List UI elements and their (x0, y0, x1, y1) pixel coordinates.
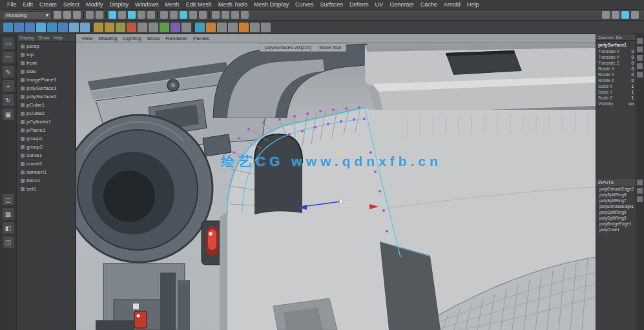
undo-icon[interactable] (86, 11, 94, 19)
separator[interactable] (105, 11, 107, 19)
layer-editor-icon[interactable] (637, 180, 643, 185)
crease-tool-icon[interactable] (228, 23, 238, 32)
tool-settings-icon[interactable] (637, 46, 643, 52)
channel-value[interactable]: 1 (631, 90, 634, 94)
outliner-item[interactable]: polySurface1 (17, 84, 76, 92)
channel-value[interactable]: 0 (631, 72, 634, 77)
quad-draw-icon[interactable] (195, 23, 205, 32)
channel-box-menu-item[interactable]: Channels (598, 36, 613, 39)
menu-item[interactable]: Modify (83, 0, 107, 10)
polygon-disc-icon[interactable] (69, 23, 79, 32)
menu-item[interactable]: Create (36, 0, 60, 10)
rotate-tool[interactable]: ↻ (3, 94, 14, 106)
sculpt-tool-icon[interactable] (206, 23, 216, 32)
panel-menu-item[interactable]: Lighting (123, 36, 141, 41)
open-render-view-icon[interactable] (170, 11, 178, 19)
channel-box-icon[interactable] (637, 55, 643, 61)
channel-box-toggle-icon[interactable] (621, 11, 629, 19)
scene-open-icon[interactable] (63, 11, 71, 19)
separator[interactable] (91, 23, 92, 32)
scene-3d-view[interactable] (76, 43, 596, 330)
hair-icon[interactable] (241, 11, 249, 19)
snap-curve-icon[interactable] (118, 11, 126, 19)
target-weld-icon[interactable] (149, 23, 158, 32)
channel-value[interactable]: 0 (631, 55, 634, 59)
panel-menu-item[interactable]: Renderer (166, 36, 187, 41)
separator[interactable] (192, 23, 194, 32)
input-node[interactable]: polyBridgeEdge1 (596, 221, 636, 227)
mirror-icon[interactable] (171, 23, 180, 32)
menu-item[interactable]: Generate (386, 0, 417, 10)
workspace-dropdown[interactable]: Modeling ▾ (3, 11, 52, 19)
menu-item[interactable]: Curves (292, 0, 317, 10)
outliner-toggle-icon[interactable] (637, 72, 643, 77)
menu-item[interactable]: Deform (346, 0, 372, 10)
panel-menu-item[interactable]: Panels (193, 36, 209, 41)
boolean-icon[interactable] (182, 23, 191, 32)
render-icon[interactable] (250, 23, 260, 32)
anim-layer-icon[interactable] (637, 196, 643, 202)
input-node[interactable]: polyExtrudeEdge2 (596, 186, 636, 192)
input-node[interactable]: polySplitRing6 (596, 209, 636, 215)
outliner-item[interactable]: group1 (17, 134, 76, 143)
menu-item[interactable]: Display (107, 0, 132, 10)
snap-view-plane-icon[interactable] (138, 11, 145, 19)
channel-value[interactable]: 0 (631, 61, 634, 65)
outliner-item[interactable]: front (17, 59, 76, 67)
toon-shader-icon[interactable] (222, 11, 229, 19)
input-node[interactable]: polySplitRing5 (596, 215, 636, 221)
input-node[interactable]: polySplitRing8 (596, 192, 636, 198)
panel-menu-item[interactable]: View (81, 36, 92, 41)
outliner-menu-item[interactable]: Display (19, 36, 34, 40)
smooth-icon[interactable] (160, 23, 169, 32)
outliner-item[interactable]: top (17, 50, 76, 59)
separator[interactable] (83, 11, 84, 19)
outliner-item[interactable]: imagePlane1 (17, 76, 76, 84)
outliner-menu-item[interactable]: Help (53, 36, 62, 40)
snap-point-icon[interactable] (128, 11, 136, 19)
panel-menu-item[interactable]: Show (147, 36, 160, 41)
channel-value[interactable]: 0 (631, 78, 634, 83)
layout-split-pane[interactable]: ◧ (3, 222, 14, 234)
input-node[interactable]: polySplitRing7 (596, 198, 636, 203)
layout-persp-outliner[interactable]: ◫ (3, 236, 14, 248)
scale-tool[interactable]: ▣ (3, 108, 14, 120)
uv-editor-icon[interactable] (217, 23, 227, 32)
outliner-item[interactable]: lambert1 (17, 168, 76, 176)
bridge-icon[interactable] (116, 23, 125, 32)
menu-item[interactable]: Mesh Display (251, 0, 292, 10)
input-node[interactable]: polyCube1 (596, 227, 636, 232)
channel-value[interactable]: on (629, 101, 634, 106)
menu-item[interactable]: File (4, 0, 20, 10)
move-tool[interactable]: + (3, 80, 14, 92)
paint-effects-icon[interactable] (212, 11, 220, 19)
polygon-sphere-icon[interactable] (3, 23, 13, 32)
menu-item[interactable]: UV (372, 0, 387, 10)
fluids-icon[interactable] (231, 11, 239, 19)
outliner-menu-item[interactable]: Show (38, 36, 50, 40)
bevel-icon[interactable] (105, 23, 114, 32)
outliner-item[interactable]: pCube2 (17, 109, 76, 118)
menu-item[interactable]: Edit Mesh (183, 0, 215, 10)
menu-item[interactable]: Arnold (441, 0, 464, 10)
platonic-solid-icon[interactable] (80, 23, 90, 32)
help-icon[interactable] (261, 23, 271, 32)
polygon-torus-icon[interactable] (47, 23, 57, 32)
polygon-plane-icon[interactable] (36, 23, 46, 32)
outliner-item[interactable]: pPlane1 (17, 126, 76, 134)
paint-select-tool[interactable]: ✎ (3, 66, 14, 77)
layout-four-pane[interactable]: ▦ (3, 208, 14, 220)
outliner-item[interactable]: persp (17, 42, 76, 50)
menu-item[interactable]: Mesh (162, 0, 183, 10)
scene-save-icon[interactable] (73, 11, 81, 19)
layout-single-pane[interactable]: ◻ (3, 194, 14, 205)
snap-grid-icon[interactable] (109, 11, 116, 19)
make-live-icon[interactable] (147, 11, 155, 19)
extrude-icon[interactable] (94, 23, 103, 32)
polygon-cube-icon[interactable] (14, 23, 24, 32)
separator[interactable] (157, 11, 158, 19)
construction-history-icon[interactable] (160, 11, 168, 19)
multi-cut-icon[interactable] (138, 23, 147, 32)
menu-item[interactable]: Select (60, 0, 83, 10)
arnold-render-icon[interactable] (239, 23, 249, 32)
